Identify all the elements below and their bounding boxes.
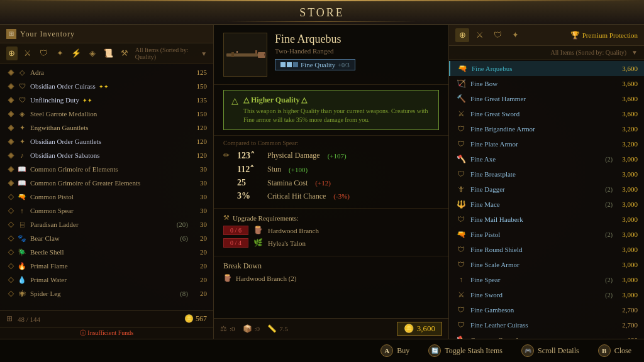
- item-price-badge: 🪙 3,600: [397, 322, 442, 336]
- item-price: 3,600: [417, 324, 435, 334]
- filter-consumables-icon[interactable]: ⚡: [70, 47, 82, 60]
- store-item-count: (2): [605, 201, 613, 208]
- store-item[interactable]: 🏹Fine Bow3,600: [449, 76, 644, 91]
- item-diamond-marker: [8, 290, 14, 297]
- item-small-icon: ◈: [17, 109, 27, 119]
- store-item-icon: 🛡: [455, 259, 467, 270]
- upgrade-icon: ⚒: [223, 214, 230, 222]
- store-item[interactable]: 🛡Fine Scale Armor3,000: [449, 257, 644, 272]
- inventory-footer: ⊞ 48 / 144 🪙 567: [0, 310, 213, 327]
- store-item[interactable]: 🛡Fine Mail Hauberk3,000: [449, 212, 644, 227]
- inventory-item[interactable]: ♪Obsidian Order Sabatons120: [0, 148, 213, 162]
- stat-stamina-name: Stamina Cost: [267, 178, 308, 188]
- item-list-name: Spider Leg: [30, 290, 177, 297]
- quality-banner-desc: This weapon is higher Quality than your …: [243, 107, 431, 124]
- item-sell-value: 120: [188, 124, 207, 131]
- close-action[interactable]: B Close: [598, 344, 631, 357]
- filter-items-icon[interactable]: ✦: [55, 47, 66, 60]
- item-list-name: Primal Water: [30, 276, 188, 283]
- toggle-stash-action[interactable]: 🔄 Toggle Stash Items: [428, 344, 502, 357]
- buy-action[interactable]: A Buy: [380, 344, 409, 357]
- inventory-item[interactable]: 🛡Unflinching Duty ✦✦135: [0, 93, 213, 107]
- center-footer: ⚖ :0 📦 :0 📏 7.5 🪙 3,600: [214, 318, 448, 339]
- inventory-item[interactable]: ✦Obsidian Order Gauntlets120: [0, 134, 213, 148]
- store-item[interactable]: 🔫Fine Arquebus3,600: [449, 61, 644, 76]
- gold-value: 567: [196, 314, 207, 323]
- inventory-item[interactable]: ↑Common Spear30: [0, 204, 213, 217]
- filter-tools-icon[interactable]: ⚒: [119, 47, 130, 60]
- store-item[interactable]: 🔱Fine Mace(2)3,000: [449, 197, 644, 212]
- item-sell-value: 30: [188, 207, 207, 214]
- inventory-item[interactable]: ⌸Paradisan Ladder(20)30: [0, 217, 213, 231]
- store-item[interactable]: 🗡Fine Dagger(2)3,000: [449, 182, 644, 197]
- store-item[interactable]: 🪓Common Great Axe180: [449, 332, 644, 339]
- store-item-icon: 🛡: [455, 304, 467, 315]
- filter-all-icon[interactable]: ⊕: [6, 47, 18, 60]
- store-item[interactable]: 🛡Fine Gambeson2,700: [449, 302, 644, 317]
- store-item[interactable]: 🪓Fine Axe(2)3,000: [449, 151, 644, 167]
- inventory-item[interactable]: 🪲Beetle Shell20: [0, 245, 213, 259]
- filter-weapons-icon[interactable]: ⚔: [23, 47, 34, 60]
- inventory-item[interactable]: 📖Common Grimoire of Elements30: [0, 162, 213, 176]
- gold-amount: 🪙 567: [184, 314, 207, 324]
- store-item-icon: 🪓: [455, 153, 467, 165]
- inventory-item[interactable]: 🐾Bear Claw(6)20: [0, 231, 213, 245]
- upgrade-item-icon-2: 🌿: [253, 238, 263, 248]
- inventory-panel: ⊞ Your Inventory ⊕ ⚔ 🛡 ✦ ⚡ ◈ 📜 ⚒ All Ite…: [0, 25, 214, 339]
- item-diamond-marker: [8, 263, 14, 269]
- store-item[interactable]: ⚔Fine Sword(2)3,000: [449, 287, 644, 302]
- inventory-item[interactable]: 🔫Common Pistol30: [0, 190, 213, 204]
- item-small-icon: 📖: [17, 164, 27, 174]
- store-item[interactable]: 🔫Fine Pistol(2)3,000: [449, 227, 644, 242]
- store-item[interactable]: ⚔Fine Great Sword3,600: [449, 106, 644, 121]
- inventory-item[interactable]: 💧Primal Water20: [0, 273, 213, 287]
- store-item[interactable]: 🛡Fine Round Shield3,000: [449, 242, 644, 257]
- upgrade-progress-2: 0 / 4: [223, 238, 248, 248]
- store-panel: ⊕ ⚔ 🛡 ✦ 🏆 Premium Protection All Items (…: [449, 25, 644, 339]
- store-filter-items[interactable]: ✦: [508, 28, 522, 42]
- inventory-item[interactable]: ◈Steel Garrote Medallion150: [0, 107, 213, 121]
- buy-key: A: [380, 344, 393, 357]
- inventory-item[interactable]: ◇Adra125: [0, 65, 213, 79]
- buy-label: Buy: [397, 346, 409, 356]
- store-item[interactable]: 🛡Fine Breastplate3,000: [449, 167, 644, 182]
- item-sell-value: 120: [188, 151, 207, 159]
- store-item-name: Fine Mail Hauberk: [470, 216, 613, 223]
- store-item-name: Fine Scale Armor: [470, 261, 613, 268]
- item-diamond-marker: [8, 124, 14, 131]
- store-item[interactable]: 🛡Fine Brigandine Armor3,200: [449, 121, 644, 136]
- store-item-icon: 🛡: [455, 123, 467, 134]
- store-item-price: 3,200: [613, 140, 638, 148]
- inventory-item[interactable]: 🕷Spider Leg(8)20: [0, 287, 213, 300]
- filter-misc-icon[interactable]: ◈: [87, 47, 98, 60]
- stat-crit-value: 3%: [237, 191, 262, 201]
- store-filter-weapons[interactable]: ⚔: [473, 28, 487, 42]
- quality-dot-2: [287, 62, 292, 67]
- stat-crit-name: Critical Hit Chance: [267, 192, 326, 201]
- store-filter-all[interactable]: ⊕: [455, 28, 469, 42]
- scroll-details-action[interactable]: 🎮 Scroll Details: [521, 344, 579, 357]
- close-key: B: [598, 344, 611, 357]
- item-diamond-marker: [8, 152, 14, 158]
- premium-text: Premium Protection: [582, 31, 638, 39]
- stat-stamina-change: (+12): [315, 179, 331, 187]
- inventory-header: ⊞ Your Inventory: [0, 25, 213, 43]
- store-item[interactable]: 🔨Fine Great Hammer3,600: [449, 91, 644, 106]
- item-sell-value: 125: [188, 69, 207, 76]
- filter-recipes-icon[interactable]: 📜: [103, 47, 114, 60]
- inventory-item[interactable]: 📖Common Grimoire of Greater Elements30: [0, 176, 213, 190]
- inventory-item[interactable]: 🛡Obsidian Order Cuirass ✦✦150: [0, 79, 213, 93]
- store-item[interactable]: 🛡Fine Leather Cuirass2,700: [449, 317, 644, 332]
- store-filter-armor[interactable]: 🛡: [491, 28, 504, 42]
- store-item-name: Fine Gambeson: [470, 306, 613, 314]
- store-item-icon: 🛡: [455, 138, 467, 150]
- store-item-name: Fine Great Sword: [470, 110, 613, 118]
- inventory-item[interactable]: 🔥Primal Flame20: [0, 259, 213, 273]
- filter-armor-icon[interactable]: 🛡: [38, 47, 50, 60]
- item-list-name: Bear Claw: [30, 234, 177, 242]
- store-item[interactable]: 🛡Fine Plate Armor3,200: [449, 136, 644, 151]
- store-item[interactable]: ↑Fine Spear(2)3,000: [449, 272, 644, 287]
- item-diamond-marker: [8, 277, 14, 283]
- inventory-item[interactable]: ✦Engwithan Gauntlets120: [0, 121, 213, 134]
- store-item-icon: 🔫: [455, 229, 467, 240]
